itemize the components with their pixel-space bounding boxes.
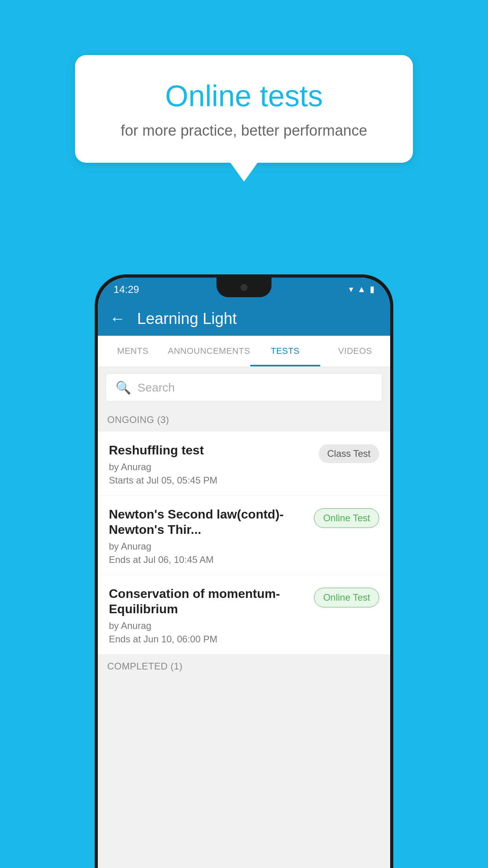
wifi-icon: ▾: [349, 284, 353, 294]
bubble-subtitle: for more practice, better performance: [103, 122, 385, 139]
camera: [240, 284, 248, 291]
test-title-3: Conservation of momentum-Equilibrium: [109, 586, 308, 616]
back-button[interactable]: ←: [110, 310, 125, 327]
search-bar[interactable]: 🔍 Search: [106, 373, 382, 402]
completed-label: COMPLETED (1): [107, 661, 183, 671]
speech-bubble-container: Online tests for more practice, better p…: [75, 55, 413, 163]
phone-inner: 14:29 ▾ ▲ ▮ ← Learning Light MENTS: [98, 278, 390, 868]
completed-section-header: COMPLETED (1): [98, 655, 390, 678]
ongoing-label: ONGOING (3): [107, 414, 169, 425]
app-bar-title: Learning Light: [137, 310, 237, 327]
test-by-2: by Anurag: [109, 541, 308, 552]
search-input[interactable]: Search: [138, 381, 175, 394]
speech-bubble: Online tests for more practice, better p…: [75, 55, 413, 163]
search-container: 🔍 Search: [98, 367, 390, 408]
test-by-3: by Anurag: [109, 620, 308, 631]
test-title-2: Newton's Second law(contd)-Newton's Thir…: [109, 507, 308, 537]
screen-content: 14:29 ▾ ▲ ▮ ← Learning Light MENTS: [98, 278, 390, 868]
test-info-2: Newton's Second law(contd)-Newton's Thir…: [109, 507, 308, 565]
test-time-3: Ends at Jun 10, 06:00 PM: [109, 634, 308, 645]
app-bar: ← Learning Light: [98, 301, 390, 336]
status-icons: ▾ ▲ ▮: [349, 284, 374, 294]
tab-videos[interactable]: VIDEOS: [320, 336, 390, 366]
badge-online-test-3: Online Test: [314, 588, 379, 607]
status-bar: 14:29 ▾ ▲ ▮: [98, 278, 390, 301]
badge-class-test-1: Class Test: [319, 444, 379, 463]
test-title-1: Reshuffling test: [109, 443, 312, 458]
battery-icon: ▮: [370, 284, 374, 294]
status-time: 14:29: [114, 283, 139, 296]
notch: [216, 278, 272, 297]
ongoing-section-header: ONGOING (3): [98, 408, 390, 432]
bubble-title: Online tests: [103, 79, 385, 113]
signal-icon: ▲: [357, 284, 366, 294]
search-icon: 🔍: [116, 380, 131, 395]
test-info-1: Reshuffling test by Anurag Starts at Jul…: [109, 443, 312, 486]
phone-frame: 14:29 ▾ ▲ ▮ ← Learning Light MENTS: [95, 274, 393, 868]
test-time-1: Starts at Jul 05, 05:45 PM: [109, 475, 312, 486]
test-by-1: by Anurag: [109, 462, 312, 473]
test-item-1[interactable]: Reshuffling test by Anurag Starts at Jul…: [98, 432, 390, 496]
test-item-3[interactable]: Conservation of momentum-Equilibrium by …: [98, 575, 390, 655]
badge-online-test-2: Online Test: [314, 508, 379, 528]
test-time-2: Ends at Jul 06, 10:45 AM: [109, 554, 308, 565]
tab-ments[interactable]: MENTS: [98, 336, 168, 366]
tabs-bar: MENTS ANNOUNCEMENTS TESTS VIDEOS: [98, 336, 390, 367]
tab-tests[interactable]: TESTS: [250, 336, 320, 366]
test-item-2[interactable]: Newton's Second law(contd)-Newton's Thir…: [98, 496, 390, 575]
test-info-3: Conservation of momentum-Equilibrium by …: [109, 586, 308, 645]
tab-announcements[interactable]: ANNOUNCEMENTS: [168, 336, 250, 366]
